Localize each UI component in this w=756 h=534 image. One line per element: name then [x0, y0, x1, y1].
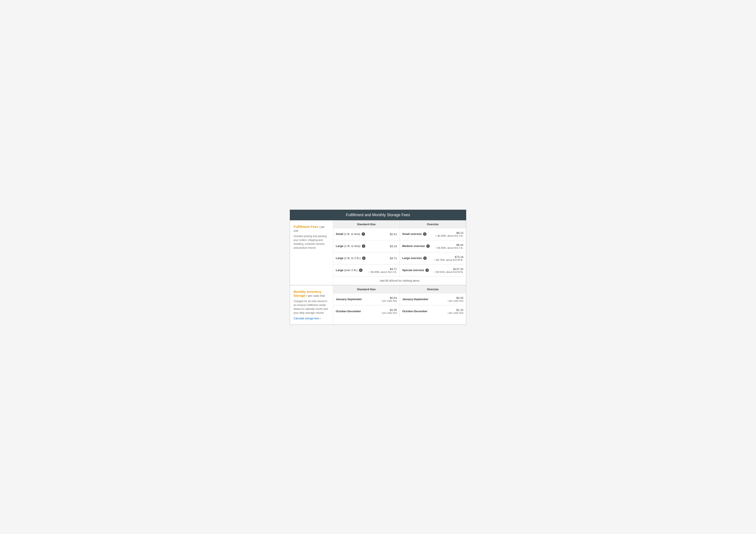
fulfillment-ovr-2-value: $9.44 + $0.38/lb. above first 2 lb.: [436, 243, 463, 249]
storage-row: Monthly Inventory Storage / per cubic fo…: [290, 285, 466, 324]
storage-std-2-label: October-December: [336, 310, 361, 313]
info-icon-std-1[interactable]: i: [362, 232, 365, 236]
storage-std-2-extra: / per cubic foot: [381, 312, 397, 314]
fulfillment-std-2-value: $3.19: [390, 244, 397, 248]
fulfillment-std-3-label: Large (1 lb. to 2 lb.) i: [336, 256, 365, 260]
fulfillment-label-cell: Fulfillment Fees / per unit Includes pic…: [290, 220, 333, 285]
fulfillment-std-4-value: $4.71 + $0.38/lb. above first 2 lb.: [369, 267, 397, 273]
fulfillment-ovr-2-label: Medium oversize i: [402, 244, 430, 248]
fulfillment-std-1-value: $2.41: [390, 233, 397, 236]
storage-table: Monthly Inventory Storage / per cubic fo…: [290, 285, 466, 324]
fulfillment-std-1-label: Small (1 lb. or less) i: [336, 232, 365, 236]
fulfillment-ovr-3-value: $73.18 + $0.79/lb. above first 90 lb.: [434, 255, 463, 261]
fulfillment-std-4-extra: + $0.38/lb. above first 2 lb.: [369, 271, 397, 273]
storage-data-row-2: October-December $2.35 / per cubic foot …: [333, 305, 466, 317]
storage-std-1-extra: / per cubic foot: [381, 299, 397, 302]
storage-ovr-2-value: $1.15 / per cubic foot: [448, 308, 463, 314]
fulfillment-row: Fulfillment Fees / per unit Includes pic…: [290, 220, 466, 285]
fulfillment-ovr-3-label: Large oversize i: [402, 256, 427, 260]
fulfillment-title-text: Fulfillment Fees: [293, 225, 318, 228]
storage-desc: Charged for all units stored in an Amazo…: [293, 299, 330, 315]
clothing-note: Add $0.40/unit for clothing items: [333, 276, 466, 285]
fulfillment-std-4: Large (over 2 lb.) i $4.71 + $0.38/lb. a…: [333, 265, 400, 276]
storage-std-1-value: $0.64 / per cubic foot: [381, 296, 397, 302]
fulfillment-ovr-1-extra: + $0.38/lb. above first 2 lb.: [436, 235, 463, 237]
storage-ovr-2-extra: / per cubic foot: [448, 312, 463, 314]
storage-ovr-2: October-December $1.15 / per cubic foot: [400, 305, 466, 317]
fulfillment-ovr-4: Special oversize i $137.32 + $0.91/lb. a…: [400, 265, 466, 276]
storage-subtitle: / per cubic foot: [307, 294, 325, 297]
fulfillment-ovr-1-value: $8.13 + $0.38/lb. above first 2 lb.: [436, 231, 463, 237]
fulfillment-ovr-1: Small oversize i $8.13 + $0.38/lb. above…: [400, 228, 466, 240]
fulfillment-title: Fulfillment Fees / per unit: [293, 225, 330, 233]
fulfillment-std-3: Large (1 lb. to 2 lb.) i $4.71: [333, 252, 400, 264]
fulfillment-ovr-header: Oversize: [400, 220, 466, 228]
fulfillment-data-rows: Small (1 lb. or less) i $2.41 Small over…: [333, 228, 466, 276]
storage-std-header: Standard-Size: [333, 286, 400, 293]
main-container: Fulfillment and Monthly Storage Fees Ful…: [290, 210, 466, 325]
storage-data-rows: January-September $0.64 / per cubic foot…: [333, 293, 466, 317]
fulfillment-data-row-1: Small (1 lb. or less) i $2.41 Small over…: [333, 228, 466, 240]
fulfillment-std-2-label: Large (1 lb. or less) i: [336, 244, 365, 248]
fulfillment-std-2: Large (1 lb. or less) i $3.19: [333, 240, 400, 252]
info-icon-std-3[interactable]: i: [362, 256, 365, 260]
storage-data-row-1: January-September $0.64 / per cubic foot…: [333, 293, 466, 305]
info-icon-std-2[interactable]: i: [362, 244, 365, 248]
storage-label-cell: Monthly Inventory Storage / per cubic fo…: [290, 285, 333, 324]
fulfillment-ovr-3-extra: + $0.79/lb. above first 90 lb.: [434, 259, 463, 261]
page-title: Fulfillment and Monthly Storage Fees: [290, 210, 466, 220]
calculate-storage-link[interactable]: Calculate storage fees ›: [293, 317, 330, 320]
fulfillment-subheaders: Standard-Size Oversize: [333, 220, 466, 228]
storage-title: Monthly Inventory Storage / per cubic fo…: [293, 290, 330, 297]
storage-ovr-header: Oversize: [400, 286, 466, 293]
info-icon-ovr-2[interactable]: i: [426, 244, 430, 248]
fulfillment-ovr-2: Medium oversize i $9.44 + $0.38/lb. abov…: [400, 240, 466, 252]
info-icon-ovr-1[interactable]: i: [423, 232, 426, 236]
info-icon-std-4[interactable]: i: [359, 268, 363, 272]
storage-std-2: October-December $2.35 / per cubic foot: [333, 305, 400, 317]
storage-ovr-1-value: $0.43 / per cubic foot: [448, 296, 463, 302]
fulfillment-data-row-3: Large (1 lb. to 2 lb.) i $4.71 Large ove…: [333, 252, 466, 265]
fulfillment-data-row-2: Large (1 lb. or less) i $3.19 Medium ove…: [333, 240, 466, 252]
storage-ovr-1-extra: / per cubic foot: [448, 299, 463, 302]
storage-std-2-value: $2.35 / per cubic foot: [381, 308, 397, 314]
fulfillment-ovr-4-label: Special oversize i: [402, 268, 429, 272]
storage-ovr-1: January-September $0.43 / per cubic foot: [400, 293, 466, 305]
fulfillment-ovr-4-extra: + $0.91/lb. above first 90 lb.: [434, 271, 463, 273]
info-icon-ovr-4[interactable]: i: [425, 268, 429, 272]
fulfillment-std-3-value: $4.71: [390, 257, 397, 260]
storage-ovr-1-label: January-September: [402, 297, 428, 301]
storage-std-1-label: January-September: [336, 297, 362, 301]
fulfillment-table: Fulfillment Fees / per unit Includes pic…: [290, 220, 466, 285]
fulfillment-ovr-1-label: Small oversize i: [402, 232, 427, 236]
fulfillment-std-1: Small (1 lb. or less) i $2.41: [333, 228, 400, 240]
fulfillment-ovr-3: Large oversize i $73.18 + $0.79/lb. abov…: [400, 252, 466, 264]
fulfillment-ovr-4-value: $137.32 + $0.91/lb. above first 90 lb.: [434, 267, 463, 273]
info-icon-ovr-3[interactable]: i: [423, 256, 427, 260]
storage-content-cell: Standard-Size Oversize January-September: [333, 285, 466, 324]
fulfillment-std-header: Standard-Size: [333, 220, 400, 228]
storage-std-1: January-September $0.64 / per cubic foot: [333, 293, 400, 305]
fulfillment-data-row-4: Large (over 2 lb.) i $4.71 + $0.38/lb. a…: [333, 265, 466, 276]
fulfillment-desc: Includes picking and packing your orders…: [293, 234, 330, 250]
fulfillment-content-cell: Standard-Size Oversize Small (1 lb. or l…: [333, 220, 466, 285]
fulfillment-std-4-label: Large (over 2 lb.) i: [336, 268, 363, 272]
fulfillment-ovr-2-extra: + $0.38/lb. above first 2 lb.: [436, 246, 463, 249]
storage-subheaders: Standard-Size Oversize: [333, 286, 466, 293]
storage-ovr-2-label: October-December: [402, 310, 428, 313]
